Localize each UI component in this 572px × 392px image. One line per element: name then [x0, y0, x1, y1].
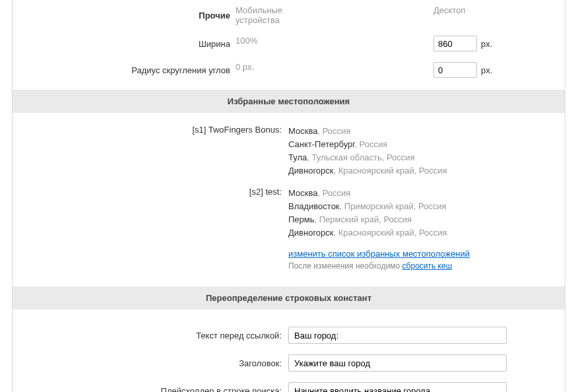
list-item: ТулаТульская область, Россия: [288, 151, 565, 164]
list-item: МоскваРоссия: [288, 187, 565, 200]
radius-mobile-value: 0 px.: [236, 62, 315, 78]
list-item: ПермьПермский край, Россия: [288, 213, 565, 226]
placeholder-input[interactable]: [288, 382, 507, 392]
radius-label: Радиус скругления углов: [13, 65, 236, 75]
placeholder-field-label: Плейсхолдер в строке поиска:: [13, 386, 288, 393]
title-field-label: Заголовок:: [13, 358, 288, 368]
overrides-section-header: Переопределение строковых констант: [13, 286, 565, 310]
locations-note: После изменения необходимо сбросить кеш: [288, 261, 565, 271]
title-input[interactable]: [288, 354, 507, 372]
list-item: ДивногорскКрасноярский край, Россия: [288, 226, 565, 240]
reset-cache-link[interactable]: сбросить кеш: [402, 261, 453, 271]
width-desktop-input[interactable]: [433, 36, 477, 51]
radius-desktop-input[interactable]: [433, 62, 477, 78]
location-group-1-label: [s1] TwoFingers Bonus:: [13, 125, 288, 178]
radius-unit: px.: [481, 65, 492, 75]
tab-other[interactable]: Прочие: [199, 11, 230, 20]
width-mobile-value: 100%: [236, 36, 315, 51]
list-item: МоскваРоссия: [288, 125, 565, 138]
col-header-mobile: Мобильные устройства: [236, 5, 315, 25]
location-group-2-label: [s2] test:: [13, 187, 288, 240]
list-item: ВладивостокПриморский край, Россия: [288, 200, 565, 213]
list-item: Санкт-ПетербургРоссия: [288, 138, 565, 151]
edit-locations-link[interactable]: изменить список избранных местоположений: [288, 249, 470, 259]
width-label: Ширина: [13, 39, 236, 49]
before-link-input[interactable]: [288, 327, 507, 344]
col-header-desktop: Десктоп: [433, 5, 513, 25]
list-item: ДивногорскКрасноярский край, Россия: [288, 164, 565, 178]
before-link-label: Текст перед ссылкой:: [13, 331, 288, 341]
locations-section-header: Избранные местоположения: [13, 90, 565, 113]
width-unit: px.: [481, 39, 492, 49]
